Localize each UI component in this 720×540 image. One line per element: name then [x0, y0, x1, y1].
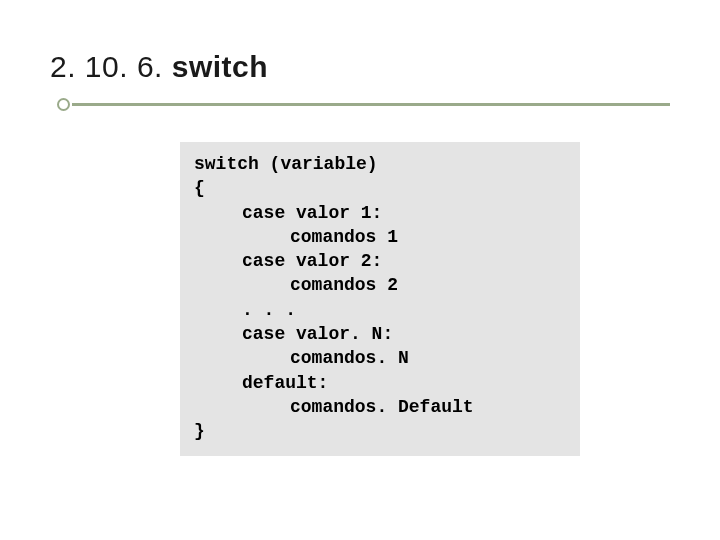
slide-heading: 2. 10. 6. switch [50, 50, 670, 84]
code-line: case valor 2: [194, 249, 566, 273]
code-line: comandos 2 [194, 273, 566, 297]
code-line: switch (variable) [194, 152, 566, 176]
rule-line [72, 103, 670, 106]
heading-rule [50, 98, 670, 112]
heading-number: 2. 10. 6. [50, 50, 172, 83]
heading-title: switch [172, 50, 268, 83]
code-line: . . . [194, 298, 566, 322]
code-line: default: [194, 371, 566, 395]
code-line: comandos 1 [194, 225, 566, 249]
code-line: } [194, 419, 566, 443]
code-line: case valor. N: [194, 322, 566, 346]
code-line: comandos. Default [194, 395, 566, 419]
rule-dot [57, 98, 70, 111]
code-block: switch (variable) { case valor 1: comand… [180, 142, 580, 456]
code-line: comandos. N [194, 346, 566, 370]
code-line: { [194, 176, 566, 200]
code-line: case valor 1: [194, 201, 566, 225]
slide: 2. 10. 6. switch switch (variable) { cas… [0, 0, 720, 540]
